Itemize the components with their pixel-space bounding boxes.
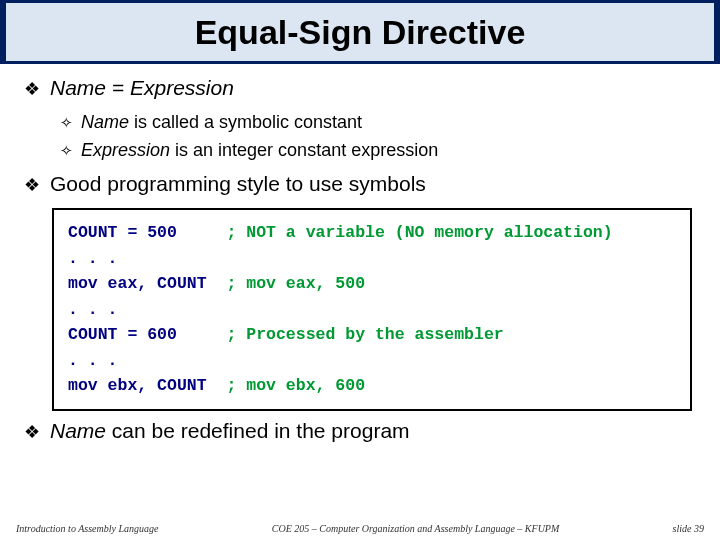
footer-left: Introduction to Assembly Language [16,523,159,534]
code-stmt: mov ebx, COUNT [68,376,226,395]
sub-text: Expression is an integer constant expres… [81,140,438,161]
slide-content: ❖ Name = Expression ✧ Name is called a s… [0,64,720,445]
slide-title: Equal-Sign Directive [6,3,714,61]
code-block: COUNT = 500 ; NOT a variable (NO memory … [52,208,692,411]
code-line: . . . [68,297,676,323]
code-stmt: mov eax, COUNT [68,274,226,293]
bullet-1-sub-1: ✧ Name is called a symbolic constant [60,112,696,134]
code-comment: ; NOT a variable (NO memory allocation) [226,223,612,242]
title-bar: Equal-Sign Directive [0,0,720,64]
code-line: COUNT = 500 ; NOT a variable (NO memory … [68,220,676,246]
bullet-3: ❖ Name can be redefined in the program [24,419,696,445]
code-line: COUNT = 600 ; Processed by the assembler [68,322,676,348]
bullet-3-rest: can be redefined in the program [106,419,410,442]
footer: Introduction to Assembly Language COE 20… [0,523,720,534]
code-stmt: COUNT = 600 [68,325,226,344]
bullet-1-text: Name = Expression [50,76,234,100]
code-line: . . . [68,348,676,374]
bullet-3-text: Name can be redefined in the program [50,419,410,443]
bullet-3-em: Name [50,419,106,442]
subdiamond-icon: ✧ [60,140,73,162]
bullet-1-sub-2: ✧ Expression is an integer constant expr… [60,140,696,162]
bullet-1: ❖ Name = Expression [24,76,696,102]
code-comment: ; Processed by the assembler [226,325,503,344]
diamond-icon: ❖ [24,172,40,198]
code-line: . . . [68,246,676,272]
footer-center: COE 205 – Computer Organization and Asse… [272,523,560,534]
diamond-icon: ❖ [24,419,40,445]
diamond-icon: ❖ [24,76,40,102]
footer-right: slide 39 [673,523,704,534]
code-line: mov ebx, COUNT ; mov ebx, 600 [68,373,676,399]
code-comment: ; mov eax, 500 [226,274,365,293]
sub-rest: is an integer constant expression [170,140,438,160]
bullet-2: ❖ Good programming style to use symbols [24,172,696,198]
code-comment: ; mov ebx, 600 [226,376,365,395]
sub-em: Name [81,112,129,132]
bullet-2-text: Good programming style to use symbols [50,172,426,196]
code-stmt: COUNT = 500 [68,223,226,242]
code-line: mov eax, COUNT ; mov eax, 500 [68,271,676,297]
subdiamond-icon: ✧ [60,112,73,134]
sub-text: Name is called a symbolic constant [81,112,362,133]
sub-em: Expression [81,140,170,160]
sub-rest: is called a symbolic constant [129,112,362,132]
